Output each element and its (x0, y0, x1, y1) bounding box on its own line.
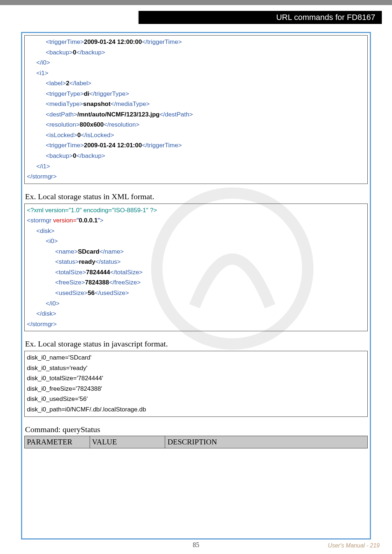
param-header-description: DESCRIPTION (165, 436, 368, 448)
xml-code-block-1: <triggerTime>2009-01-24 12:00:00</trigge… (24, 35, 368, 184)
narrative-1: Ex. Local storage status in XML format. (25, 192, 367, 201)
header-title: URL commands for FD8167 (276, 13, 375, 22)
top-bar (0, 0, 392, 5)
js-code-block: disk_i0_name='SDcard'disk_i0_status='rea… (24, 351, 368, 416)
narrative-2: Ex. Local storage status in javascript f… (25, 339, 367, 349)
footer-manual-ref: User's Manual - 219 (328, 542, 380, 549)
header-tab: URL commands for FD8167 (139, 11, 382, 24)
param-header-value: VALUE (90, 436, 165, 448)
param-table: PARAMETER VALUE DESCRIPTION (24, 436, 368, 448)
command-label: Command: queryStatus (25, 425, 367, 434)
page-content: <triggerTime>2009-01-24 12:00:00</trigge… (21, 32, 371, 539)
xml-code-block-2: <?xml version="1.0" encoding="ISO-8859-1… (24, 204, 368, 332)
param-header-parameter: PARAMETER (25, 436, 90, 448)
